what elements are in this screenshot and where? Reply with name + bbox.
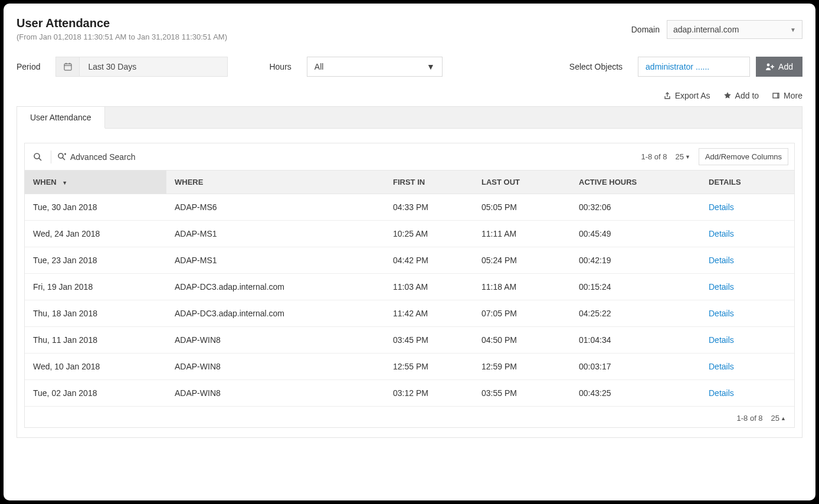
- inner-panel: Advanced Search 1-8 of 8 25 ▼ Add/Remove…: [24, 143, 795, 428]
- details-link[interactable]: Details: [709, 256, 734, 265]
- svg-line-11: [63, 158, 65, 160]
- domain-value: adap.internal.com: [673, 25, 739, 34]
- table-row: Wed, 10 Jan 2018ADAP-WIN812:55 PM12:59 P…: [25, 354, 794, 380]
- cell-active-hours: 00:45:49: [571, 221, 700, 247]
- details-link[interactable]: Details: [709, 335, 734, 345]
- advanced-search-button[interactable]: Advanced Search: [57, 152, 136, 162]
- col-when[interactable]: WHEN ▼: [25, 171, 166, 194]
- col-first-in[interactable]: FIRST IN: [385, 171, 473, 194]
- cell-where: ADAP-WIN8: [166, 327, 385, 354]
- export-label: Export As: [675, 91, 710, 100]
- page-size-select-top[interactable]: 25 ▼: [676, 152, 690, 161]
- add-user-icon: [765, 63, 775, 71]
- details-link[interactable]: Details: [709, 309, 734, 318]
- tab-user-attendance[interactable]: User Attendance: [17, 107, 105, 129]
- cell-first-in: 04:42 PM: [385, 247, 473, 274]
- calendar-icon: [56, 57, 80, 76]
- page-size-value: 25: [771, 414, 779, 423]
- footer-pager: 1-8 of 8 25 ▲: [25, 407, 794, 427]
- cell-last-out: 03:55 PM: [473, 380, 571, 407]
- details-link[interactable]: Details: [709, 362, 734, 371]
- cell-last-out: 12:59 PM: [473, 354, 571, 380]
- domain-label: Domain: [631, 25, 660, 34]
- app-window: User Attendance (From Jan 01,2018 11:30:…: [4, 4, 815, 500]
- cell-last-out: 05:24 PM: [473, 247, 571, 274]
- export-button[interactable]: Export As: [663, 91, 710, 100]
- objects-value: administrator ......: [646, 62, 709, 71]
- export-icon: [663, 91, 671, 100]
- cell-active-hours: 00:03:17: [571, 354, 700, 380]
- cell-last-out: 05:05 PM: [473, 194, 571, 221]
- pager-top: 1-8 of 8: [641, 152, 667, 161]
- table-row: Tue, 02 Jan 2018ADAP-WIN803:12 PM03:55 P…: [25, 380, 794, 407]
- cell-last-out: 04:50 PM: [473, 327, 571, 354]
- cell-when: Thu, 11 Jan 2018: [25, 327, 166, 354]
- period-picker[interactable]: Last 30 Days: [55, 57, 228, 77]
- tabs: User Attendance: [17, 106, 802, 129]
- actions-row: Export As Add to More: [17, 91, 802, 100]
- cell-first-in: 12:55 PM: [385, 354, 473, 380]
- period-value: Last 30 Days: [80, 57, 227, 76]
- table-row: Thu, 18 Jan 2018ADAP-DC3.adap.internal.c…: [25, 300, 794, 327]
- page-title: User Attendance: [17, 17, 227, 30]
- hours-select[interactable]: All ▼: [307, 57, 443, 77]
- cell-first-in: 03:45 PM: [385, 327, 473, 354]
- star-icon: [723, 91, 732, 100]
- page-subtitle: (From Jan 01,2018 11:30:51 AM to Jan 31,…: [17, 32, 227, 41]
- col-active-hours[interactable]: ACTIVE HOURS: [571, 171, 700, 194]
- cell-where: ADAP-DC3.adap.internal.com: [166, 274, 385, 300]
- table-row: Wed, 24 Jan 2018ADAP-MS110:25 AM11:11 AM…: [25, 221, 794, 247]
- toolbar-divider: [51, 150, 51, 163]
- cell-where: ADAP-MS1: [166, 247, 385, 274]
- cell-when: Wed, 10 Jan 2018: [25, 354, 166, 380]
- col-last-out[interactable]: LAST OUT: [473, 171, 571, 194]
- objects-label: Select Objects: [569, 62, 623, 71]
- header-row: User Attendance (From Jan 01,2018 11:30:…: [17, 17, 802, 41]
- cell-where: ADAP-WIN8: [166, 380, 385, 407]
- search-button[interactable]: [31, 150, 45, 164]
- add-button[interactable]: Add: [756, 57, 802, 77]
- details-link[interactable]: Details: [709, 202, 734, 212]
- col-when-label: WHEN: [33, 178, 57, 186]
- cell-when: Thu, 18 Jan 2018: [25, 300, 166, 327]
- table-toolbar: Advanced Search 1-8 of 8 25 ▼ Add/Remove…: [25, 143, 794, 170]
- pager-bottom: 1-8 of 8: [737, 414, 763, 423]
- cell-first-in: 10:25 AM: [385, 221, 473, 247]
- table-header-row: WHEN ▼ WHERE FIRST IN LAST OUT ACTIVE HO…: [25, 171, 794, 194]
- objects-input[interactable]: administrator ......: [638, 57, 750, 77]
- add-to-button[interactable]: Add to: [723, 91, 759, 100]
- col-where[interactable]: WHERE: [166, 171, 385, 194]
- cell-active-hours: 00:15:24: [571, 274, 700, 300]
- cell-first-in: 03:12 PM: [385, 380, 473, 407]
- svg-rect-0: [64, 64, 71, 70]
- details-link[interactable]: Details: [709, 282, 734, 292]
- svg-rect-7: [773, 93, 778, 98]
- more-label: More: [784, 91, 802, 100]
- cell-active-hours: 00:43:25: [571, 380, 700, 407]
- hours-value: All: [315, 62, 324, 71]
- filters-row: Period Last 30 Days Hours All ▼ Select O…: [17, 57, 802, 83]
- content-panel: Advanced Search 1-8 of 8 25 ▼ Add/Remove…: [17, 129, 802, 438]
- attendance-table: WHEN ▼ WHERE FIRST IN LAST OUT ACTIVE HO…: [25, 170, 794, 407]
- cell-first-in: 04:33 PM: [385, 194, 473, 221]
- hours-label: Hours: [269, 62, 291, 71]
- svg-point-4: [767, 64, 770, 67]
- cell-active-hours: 00:42:19: [571, 247, 700, 274]
- cell-when: Fri, 19 Jan 2018: [25, 274, 166, 300]
- table-row: Fri, 19 Jan 2018ADAP-DC3.adap.internal.c…: [25, 274, 794, 300]
- col-details[interactable]: DETAILS: [700, 171, 794, 194]
- add-button-label: Add: [778, 62, 793, 71]
- caret-down-icon: ▼: [685, 154, 690, 160]
- cell-last-out: 11:11 AM: [473, 221, 571, 247]
- title-area: User Attendance (From Jan 01,2018 11:30:…: [17, 17, 227, 41]
- more-button[interactable]: More: [772, 91, 802, 100]
- caret-up-icon: ▲: [781, 415, 786, 421]
- table-row: Thu, 11 Jan 2018ADAP-WIN803:45 PM04:50 P…: [25, 327, 794, 354]
- details-link[interactable]: Details: [709, 388, 734, 398]
- domain-select[interactable]: adap.internal.com ▼: [667, 20, 802, 39]
- cell-first-in: 11:03 AM: [385, 274, 473, 300]
- svg-point-8: [34, 153, 40, 159]
- add-remove-columns-button[interactable]: Add/Remove Columns: [699, 148, 788, 165]
- page-size-select-bottom[interactable]: 25 ▲: [771, 414, 786, 423]
- details-link[interactable]: Details: [709, 229, 734, 238]
